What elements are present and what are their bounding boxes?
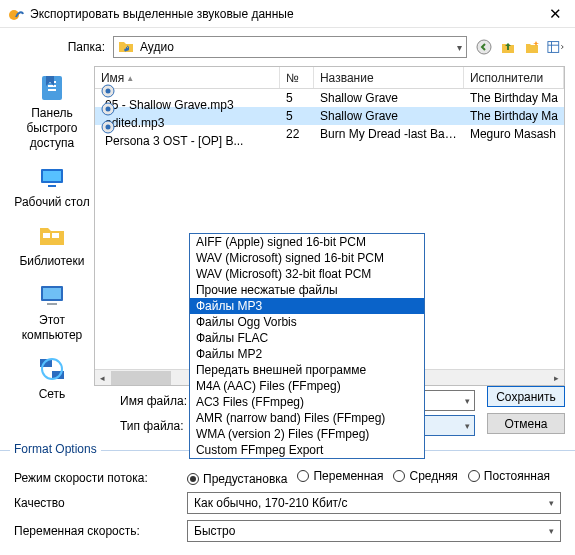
bitrate-radio[interactable]: Предустановка: [187, 472, 287, 486]
svg-rect-8: [43, 233, 50, 238]
dropdown-item[interactable]: Файлы Ogg Vorbis: [190, 314, 424, 330]
svg-rect-11: [43, 288, 61, 299]
col-title[interactable]: Название: [314, 67, 464, 88]
places-item[interactable]: Этот компьютер: [10, 277, 94, 345]
app-icon: [8, 6, 24, 22]
dropdown-item[interactable]: Файлы MP3: [190, 298, 424, 314]
nav-up-icon[interactable]: [499, 38, 517, 56]
dropdown-item[interactable]: Файлы MP2: [190, 346, 424, 362]
dropdown-item[interactable]: Файлы FLAC: [190, 330, 424, 346]
bitrate-radio[interactable]: Средняя: [393, 469, 457, 483]
file-list[interactable]: Имя № Название Исполнители 05 - Shallow …: [94, 66, 565, 386]
cancel-button[interactable]: Отмена: [487, 413, 565, 434]
dropdown-item[interactable]: Прочие несжатые файлы: [190, 282, 424, 298]
vbr-select[interactable]: Быстро ▾: [187, 520, 561, 542]
svg-rect-6: [43, 171, 61, 181]
audio-file-icon: [101, 84, 274, 98]
place-icon: [36, 353, 68, 385]
save-button[interactable]: Сохранить: [487, 386, 565, 407]
place-icon: [36, 161, 68, 193]
dropdown-item[interactable]: WAV (Microsoft) 32-bit float PCM: [190, 266, 424, 282]
audio-file-icon: [101, 102, 274, 116]
filetype-label: Тип файла:: [120, 419, 198, 433]
scroll-left-icon[interactable]: ◂: [95, 370, 111, 386]
dropdown-item[interactable]: AC3 Files (FFmpeg): [190, 394, 424, 410]
place-label: Сеть: [39, 387, 66, 402]
dropdown-item[interactable]: AMR (narrow band) Files (FFmpeg): [190, 410, 424, 426]
close-button[interactable]: ✕: [535, 0, 575, 28]
radio-icon: [187, 473, 199, 485]
place-label: Библиотеки: [19, 254, 84, 269]
svg-rect-9: [52, 233, 59, 238]
bitrate-radio[interactable]: Переменная: [297, 469, 383, 483]
audio-file-icon: [101, 120, 274, 134]
place-icon: [36, 279, 68, 311]
chevron-down-icon: ▾: [549, 498, 554, 508]
svg-rect-7: [48, 185, 56, 187]
quality-select[interactable]: Как обычно, 170-210 Кбит/с ▾: [187, 492, 561, 514]
svg-point-19: [105, 107, 110, 112]
dropdown-item[interactable]: AIFF (Apple) signed 16-bit PCM: [190, 234, 424, 250]
col-number[interactable]: №: [280, 67, 314, 88]
chevron-down-icon: ▾: [457, 42, 462, 53]
chevron-down-icon: ▾: [465, 396, 470, 406]
place-icon: [36, 72, 68, 104]
svg-point-17: [105, 89, 110, 94]
dropdown-item[interactable]: M4A (AAC) Files (FFmpeg): [190, 378, 424, 394]
dropdown-item[interactable]: Custom FFmpeg Export: [190, 442, 424, 458]
bitrate-mode-label: Режим скорости потока:: [14, 471, 179, 485]
place-label: Этот компьютер: [10, 313, 94, 343]
folder-value: Аудио: [140, 40, 174, 54]
quality-label: Качество: [14, 496, 179, 510]
places-item[interactable]: Рабочий стол: [10, 159, 94, 212]
nav-back-icon[interactable]: [475, 38, 493, 56]
place-label: Рабочий стол: [14, 195, 89, 210]
format-legend: Format Options: [10, 442, 101, 456]
radio-icon: [393, 470, 405, 482]
svg-rect-12: [47, 303, 57, 305]
svg-point-21: [105, 125, 110, 130]
dropdown-item[interactable]: Передать внешней программе: [190, 362, 424, 378]
scrollbar-thumb[interactable]: [111, 371, 171, 385]
chevron-down-icon: ▾: [549, 526, 554, 536]
col-artist[interactable]: Исполнители: [464, 67, 564, 88]
place-label: Панель быстрого доступа: [10, 106, 94, 151]
scroll-right-icon[interactable]: ▸: [548, 370, 564, 386]
new-folder-icon[interactable]: [523, 38, 541, 56]
places-item[interactable]: Библиотеки: [10, 218, 94, 271]
music-folder-icon: [118, 39, 134, 55]
folder-select[interactable]: Аудио ▾: [113, 36, 467, 58]
vbr-label: Переменная скорость:: [14, 524, 179, 538]
svg-point-1: [477, 40, 491, 54]
radio-icon: [468, 470, 480, 482]
place-icon: [36, 220, 68, 252]
window-title: Экспортировать выделенные звуковые данны…: [24, 7, 535, 21]
filename-label: Имя файла:: [120, 394, 198, 408]
file-type-dropdown[interactable]: AIFF (Apple) signed 16-bit PCMWAV (Micro…: [189, 233, 425, 459]
dropdown-item[interactable]: WMA (version 2) Files (FFmpeg): [190, 426, 424, 442]
radio-icon: [297, 470, 309, 482]
chevron-down-icon: ▾: [465, 421, 470, 431]
places-item[interactable]: Панель быстрого доступа: [10, 70, 94, 153]
dropdown-item[interactable]: WAV (Microsoft) signed 16-bit PCM: [190, 250, 424, 266]
folder-label: Папка:: [10, 40, 105, 54]
file-row[interactable]: Persona 3 OST - [OP] B...22Burn My Dread…: [95, 125, 564, 143]
svg-rect-2: [548, 42, 559, 53]
places-item[interactable]: Сеть: [10, 351, 94, 404]
view-menu-icon[interactable]: [547, 38, 565, 56]
bitrate-radio[interactable]: Постоянная: [468, 469, 550, 483]
